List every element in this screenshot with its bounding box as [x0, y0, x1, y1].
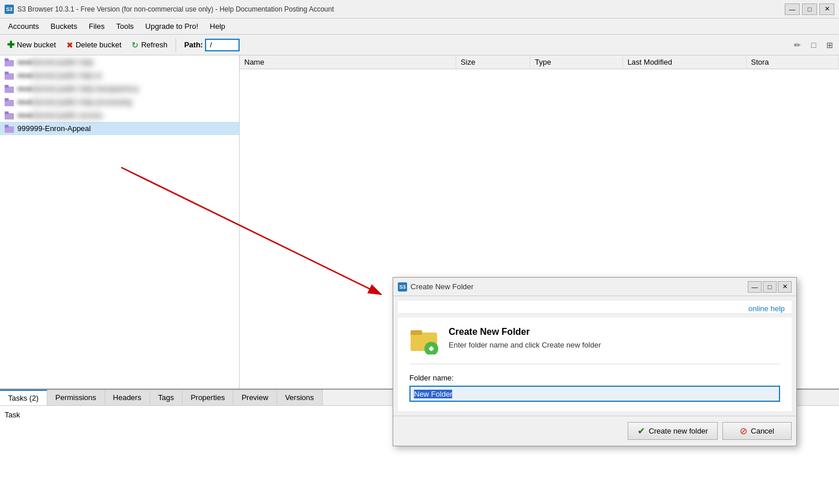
tab-tasks[interactable]: Tasks (2)	[0, 390, 47, 405]
app-icon: S3	[5, 5, 14, 14]
menu-help[interactable]: Help	[204, 20, 231, 33]
list-item[interactable]: 999999-Enron-Appeal	[0, 122, 239, 135]
tab-permissions[interactable]: Permissions	[47, 390, 105, 405]
close-button[interactable]: ✕	[819, 3, 834, 15]
svg-rect-7	[5, 98, 9, 101]
bucket-name: revoblurred public access	[17, 111, 102, 120]
online-help-link[interactable]: online help	[748, 304, 785, 313]
square-icon[interactable]: □	[807, 38, 821, 52]
expand-icon[interactable]: ⊞	[823, 38, 837, 52]
toolbar-separator	[176, 38, 176, 52]
create-folder-dialog: S3 Create New Folder — □ ✕ online help	[393, 277, 797, 446]
dialog-content: Create New Folder Enter folder name and …	[398, 318, 792, 411]
folder-with-plus-icon	[409, 327, 439, 354]
create-new-folder-button[interactable]: ✔ Create new folder	[628, 422, 718, 440]
dialog-close-button[interactable]: ✕	[778, 281, 792, 293]
bucket-name: revoblurred public help processing	[17, 98, 132, 106]
menu-bar: Accounts Buckets Files Tools Upgrade to …	[0, 18, 839, 35]
path-input[interactable]	[205, 39, 240, 51]
bucket-name: revoblurred public help transparency	[17, 84, 139, 93]
new-bucket-icon: ✚	[7, 39, 14, 50]
cancel-icon: ⊘	[740, 425, 747, 436]
folder-icon	[5, 98, 14, 106]
tab-preview[interactable]: Preview	[233, 390, 277, 405]
list-item[interactable]: revoblurred public help	[0, 55, 239, 69]
bucket-name: revoblurred public help al	[17, 71, 101, 80]
delete-bucket-button[interactable]: ✖ Delete bucket	[62, 39, 126, 51]
refresh-label: Refresh	[141, 40, 167, 49]
dialog-form: Folder name:	[409, 364, 780, 402]
dialog-app-icon: S3	[398, 282, 407, 292]
bucket-name: revoblurred public help	[17, 58, 94, 66]
tab-properties[interactable]: Properties	[182, 390, 233, 405]
delete-bucket-icon: ✖	[66, 40, 73, 50]
folder-name-input[interactable]	[409, 386, 780, 402]
list-item[interactable]: revoblurred public help al	[0, 69, 239, 82]
dialog-title-bar: S3 Create New Folder — □ ✕	[393, 278, 796, 296]
title-bar-left: S3 S3 Browser 10.3.1 - Free Version (for…	[5, 5, 334, 14]
col-header-type: Type	[530, 55, 622, 69]
dialog-title-text: Create New Folder	[411, 282, 473, 291]
folder-icon	[5, 72, 14, 80]
dialog-restore-button[interactable]: □	[763, 281, 777, 293]
dialog-header-text: Create New Folder Enter folder name and …	[449, 327, 601, 349]
folder-icon	[5, 85, 14, 93]
col-header-size: Size	[456, 55, 529, 69]
list-item[interactable]: revoblurred public access	[0, 109, 239, 122]
pencil-icon[interactable]: ✏	[790, 38, 804, 52]
dialog-footer: ✔ Create new folder ⊘ Cancel	[393, 416, 796, 446]
delete-bucket-label: Delete bucket	[76, 40, 122, 49]
menu-accounts[interactable]: Accounts	[2, 20, 44, 33]
menu-upgrade[interactable]: Upgrade to Pro!	[140, 20, 204, 33]
dialog-title-left: S3 Create New Folder	[398, 282, 473, 292]
title-bar-text: S3 Browser 10.3.1 - Free Version (for no…	[17, 5, 334, 13]
restore-button[interactable]: □	[802, 3, 817, 15]
tab-headers[interactable]: Headers	[105, 390, 150, 405]
dialog-heading: Create New Folder	[449, 327, 601, 337]
folder-name-label: Folder name:	[409, 374, 780, 382]
tab-tags[interactable]: Tags	[150, 390, 182, 405]
dialog-description: Enter folder name and click Create new f…	[449, 341, 601, 349]
list-item[interactable]: revoblurred public help processing	[0, 95, 239, 109]
svg-rect-5	[5, 85, 9, 88]
refresh-button[interactable]: ↻ Refresh	[127, 39, 172, 51]
menu-tools[interactable]: Tools	[110, 20, 139, 33]
file-table: Name Size Type Last Modified Stora	[240, 55, 839, 69]
cancel-button[interactable]: ⊘ Cancel	[722, 422, 792, 440]
menu-files[interactable]: Files	[83, 20, 110, 33]
bucket-name: 999999-Enron-Appeal	[17, 124, 91, 133]
folder-icon	[5, 58, 14, 66]
cancel-btn-label: Cancel	[751, 427, 774, 435]
title-bar-controls: — □ ✕	[785, 3, 834, 15]
title-bar: S3 S3 Browser 10.3.1 - Free Version (for…	[0, 0, 839, 18]
col-header-storage: Stora	[746, 55, 838, 69]
folder-create-icon	[409, 327, 439, 354]
svg-rect-1	[5, 58, 9, 61]
new-bucket-label: New bucket	[17, 40, 56, 49]
dialog-minimize-button[interactable]: —	[748, 281, 762, 293]
new-bucket-button[interactable]: ✚ New bucket	[2, 38, 61, 52]
svg-rect-9	[5, 111, 9, 114]
svg-rect-11	[5, 125, 9, 128]
tab-versions[interactable]: Versions	[277, 390, 323, 405]
task-column-label: Task	[5, 410, 20, 419]
dialog-title-controls: — □ ✕	[748, 281, 792, 293]
svg-rect-21	[411, 330, 422, 335]
col-header-modified: Last Modified	[622, 55, 746, 69]
list-item[interactable]: revoblurred public help transparency	[0, 82, 239, 95]
refresh-icon: ↻	[132, 40, 139, 50]
path-label: Path:	[184, 40, 203, 49]
minimize-button[interactable]: —	[785, 3, 800, 15]
create-checkmark-icon: ✔	[637, 425, 645, 436]
folder-icon	[5, 125, 14, 133]
create-folder-btn-label: Create new folder	[648, 427, 708, 435]
svg-rect-24	[430, 346, 432, 351]
menu-buckets[interactable]: Buckets	[44, 20, 83, 33]
folder-icon	[5, 111, 14, 120]
col-header-name: Name	[240, 55, 456, 69]
svg-rect-3	[5, 72, 9, 74]
dialog-header: Create New Folder Enter folder name and …	[409, 327, 780, 364]
main-toolbar: ✚ New bucket ✖ Delete bucket ↻ Refresh P…	[0, 35, 839, 55]
